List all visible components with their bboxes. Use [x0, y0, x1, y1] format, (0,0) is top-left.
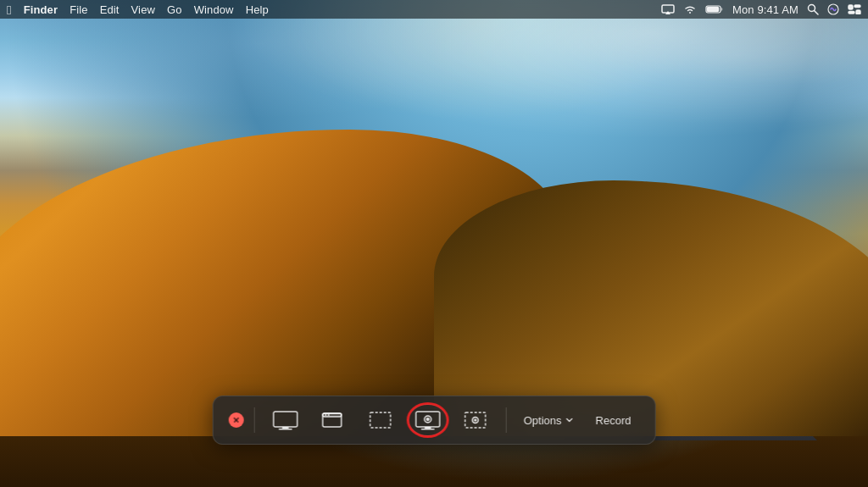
sand-dune	[0, 96, 868, 437]
close-button[interactable]	[229, 412, 244, 428]
record-button[interactable]: Record	[587, 411, 639, 430]
options-button[interactable]: Options	[517, 411, 581, 430]
menu-finder[interactable]: Finder	[24, 3, 58, 16]
record-entire-screen-button[interactable]	[408, 405, 448, 435]
record-selection-icon	[460, 408, 491, 432]
wifi-icon[interactable]	[683, 4, 697, 14]
svg-rect-11	[282, 427, 289, 429]
menu-edit[interactable]: Edit	[100, 3, 120, 16]
control-center-icon[interactable]	[848, 4, 861, 14]
options-label: Options	[524, 414, 562, 427]
airplay-icon[interactable]	[661, 4, 675, 14]
svg-rect-10	[274, 412, 298, 427]
menu-file[interactable]: File	[70, 3, 87, 16]
svg-rect-6	[849, 5, 853, 9]
separator-2	[506, 407, 507, 433]
capture-window-button[interactable]	[313, 405, 353, 435]
capture-window-icon	[318, 408, 348, 432]
capture-entire-screen-icon	[270, 408, 301, 432]
apple-menu[interactable]: 	[7, 3, 12, 16]
menubar-left:  Finder File Edit View Go Window Help	[7, 3, 269, 16]
svg-point-15	[325, 414, 326, 416]
search-icon[interactable]	[807, 3, 819, 15]
svg-line-4	[815, 11, 819, 15]
record-label: Record	[595, 414, 631, 427]
menu-view[interactable]: View	[131, 3, 155, 16]
capture-selection-icon	[365, 408, 396, 432]
capture-selection-button[interactable]	[360, 405, 401, 435]
menu-go[interactable]: Go	[167, 3, 182, 16]
svg-rect-12	[279, 429, 292, 430]
screenshot-toolbar: Options Record	[213, 396, 656, 445]
svg-rect-7	[854, 5, 860, 8]
battery-icon[interactable]	[705, 4, 724, 14]
svg-point-16	[328, 414, 330, 416]
svg-rect-20	[421, 429, 435, 430]
svg-rect-2	[707, 8, 718, 12]
svg-point-22	[426, 418, 430, 421]
separator-1	[254, 407, 255, 433]
menubar:  Finder File Edit View Go Window Help	[0, 0, 868, 19]
menubar-right: Mon 9:41 AM	[661, 3, 861, 16]
clock: Mon 9:41 AM	[732, 3, 798, 16]
capture-entire-screen-button[interactable]	[265, 405, 306, 435]
menu-window[interactable]: Window	[194, 3, 234, 16]
siri-icon[interactable]	[827, 3, 839, 15]
svg-rect-17	[370, 412, 391, 428]
svg-rect-9	[856, 10, 860, 14]
record-selection-button[interactable]	[455, 405, 496, 435]
svg-rect-19	[425, 427, 431, 429]
menu-help[interactable]: Help	[246, 3, 269, 16]
svg-rect-8	[849, 12, 854, 14]
svg-point-25	[474, 419, 476, 422]
record-entire-screen-icon	[413, 408, 443, 432]
